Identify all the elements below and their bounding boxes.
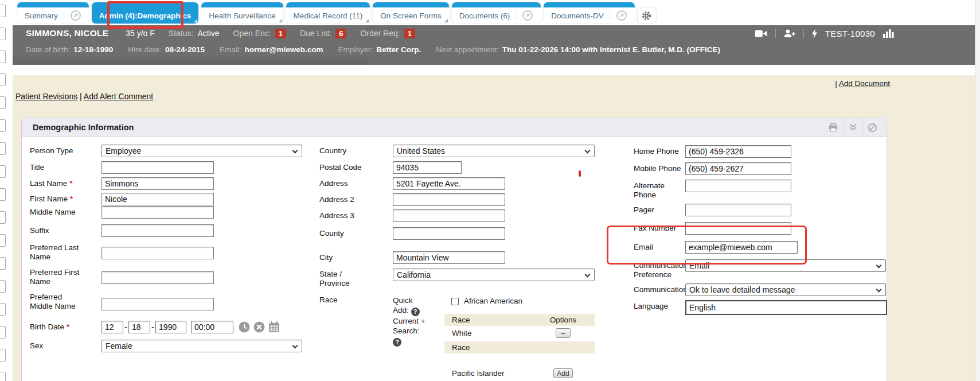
fax-number-input[interactable] — [685, 222, 791, 235]
email-input[interactable] — [685, 241, 798, 254]
add-race-button[interactable]: Add — [553, 368, 572, 378]
rail-box — [0, 73, 6, 86]
race-search-table: Race Pacific Islander Add — [444, 341, 595, 380]
title-input[interactable] — [101, 161, 214, 174]
disable-panel-icon[interactable] — [862, 118, 882, 137]
suffix-input[interactable] — [101, 224, 214, 237]
rail-box — [0, 165, 6, 178]
collapse-panel-icon[interactable] — [843, 118, 862, 137]
preferred-middle-name-input[interactable] — [101, 298, 214, 310]
tab-documents[interactable]: Documents (6) — [452, 2, 541, 24]
panel-header-icons — [823, 118, 882, 137]
order-req-badge[interactable]: 1 — [404, 29, 415, 38]
print-icon[interactable] — [823, 118, 843, 137]
help-icon[interactable]: ? — [411, 308, 420, 316]
rail-box — [0, 303, 6, 316]
chart-tab-bar: Summary Admin (4):Demographics Health Su… — [17, 2, 656, 24]
tab-medical-record[interactable]: Medical Record (11) — [286, 2, 370, 24]
preferred-middle-name-label: Preferred Middle Name — [30, 293, 79, 311]
first-name-input[interactable] — [101, 193, 214, 205]
alternate-phone-input[interactable] — [685, 180, 791, 192]
add-alert-comment-link[interactable]: Add Alert Comment — [84, 92, 153, 101]
race-search-row: Pacific Islander Add — [444, 366, 595, 380]
content-divider — [13, 65, 975, 75]
postal-code-input[interactable] — [393, 161, 462, 174]
quick-action-bolt-icon[interactable] — [811, 29, 818, 38]
address-input[interactable] — [393, 177, 505, 190]
preferred-last-name-input[interactable] — [101, 247, 214, 259]
chevron-down-icon — [292, 148, 298, 154]
language-input[interactable] — [685, 300, 887, 315]
race-label: Race — [319, 296, 387, 305]
country-label: Country — [319, 146, 387, 155]
open-in-new-window-icon[interactable] — [70, 10, 81, 21]
race-checkbox-label: African American — [464, 297, 522, 305]
vertical-scrollbar[interactable] — [975, 0, 980, 381]
tab-on-screen-forms[interactable]: On Screen Forms — [373, 2, 449, 24]
state-select[interactable]: California — [393, 269, 595, 281]
sex-select[interactable]: Female — [101, 340, 302, 352]
preferred-first-name-input[interactable] — [101, 271, 214, 284]
add-person-icon[interactable] — [783, 29, 796, 38]
video-call-icon[interactable] — [755, 29, 768, 38]
birth-year-input[interactable] — [155, 321, 186, 333]
person-type-select[interactable]: Employee — [101, 145, 302, 157]
person-type-label: Person Type — [30, 146, 97, 155]
home-phone-input[interactable] — [685, 145, 791, 158]
rail-box — [0, 372, 6, 381]
address3-input[interactable] — [393, 209, 505, 222]
alternate-phone-label: Alternate Phone — [634, 181, 674, 200]
communication-select[interactable]: Ok to leave detailed message — [685, 283, 886, 296]
open-enc-badge[interactable]: 1 — [275, 29, 286, 38]
title-label: Title — [30, 163, 97, 172]
last-name-input[interactable] — [101, 177, 214, 190]
birth-time-input[interactable] — [191, 321, 233, 333]
birth-month-input[interactable] — [101, 321, 123, 333]
due-list-group[interactable]: Due List: 6 — [300, 29, 346, 38]
birth-day-input[interactable] — [128, 321, 150, 333]
tab-documents-dv[interactable]: Documents-DV — [544, 2, 635, 24]
open-in-new-window-icon[interactable] — [616, 10, 627, 21]
chevron-down-icon — [585, 272, 591, 278]
tab-settings-button[interactable] — [638, 7, 656, 24]
clock-icon[interactable] — [239, 321, 250, 333]
hire-date-field: Hire date: 08-24-2015 — [128, 45, 205, 54]
city-label: City — [319, 253, 387, 262]
add-document-link[interactable]: Add Document — [839, 79, 890, 88]
patient-revisions-link[interactable]: Patient Revisions — [15, 92, 77, 101]
help-icon[interactable]: ? — [393, 338, 401, 347]
communication-preference-select[interactable]: Email — [685, 259, 886, 272]
required-marker: * — [70, 195, 73, 203]
dob-field: Date of birth: 12-18-1990 — [26, 45, 113, 54]
race-african-american-checkbox[interactable] — [451, 298, 459, 305]
due-list-badge[interactable]: 6 — [335, 29, 346, 38]
sex-label: Sex — [30, 341, 97, 351]
tab-health-surveillance[interactable]: Health Surveillance — [201, 2, 283, 24]
address2-input[interactable] — [393, 193, 505, 206]
calendar-icon[interactable] — [268, 321, 280, 333]
city-input[interactable] — [393, 251, 505, 264]
tab-summary[interactable]: Summary — [17, 2, 89, 24]
chevron-down-icon — [292, 343, 298, 349]
add-document-area: | Add Document — [835, 79, 890, 88]
country-select[interactable]: United States — [393, 145, 595, 157]
middle-name-input[interactable] — [101, 206, 214, 219]
patient-name: SIMMONS, NICOLE — [26, 28, 108, 38]
order-req-group[interactable]: Order Req: 1 — [360, 29, 415, 38]
mobile-phone-input[interactable] — [685, 162, 791, 175]
pager-input[interactable] — [685, 204, 791, 216]
chevron-down-icon — [585, 148, 591, 154]
race-table-header: Race Options — [444, 314, 595, 326]
county-input[interactable] — [393, 227, 505, 240]
address3-label: Address 3 — [319, 211, 387, 220]
remove-race-button[interactable]: – — [556, 328, 571, 338]
tab-admin-demographics[interactable]: Admin (4):Demographics — [92, 2, 199, 24]
chart-stats-icon[interactable] — [883, 29, 895, 38]
required-marker: * — [69, 179, 72, 188]
race-table-row: White – — [444, 326, 595, 340]
open-in-new-window-icon[interactable] — [522, 10, 533, 21]
last-name-label: Last Name* — [30, 179, 97, 188]
open-enc-group[interactable]: Open Enc: 1 — [233, 29, 286, 38]
clear-date-icon[interactable] — [253, 321, 265, 333]
rail-box — [0, 119, 6, 132]
